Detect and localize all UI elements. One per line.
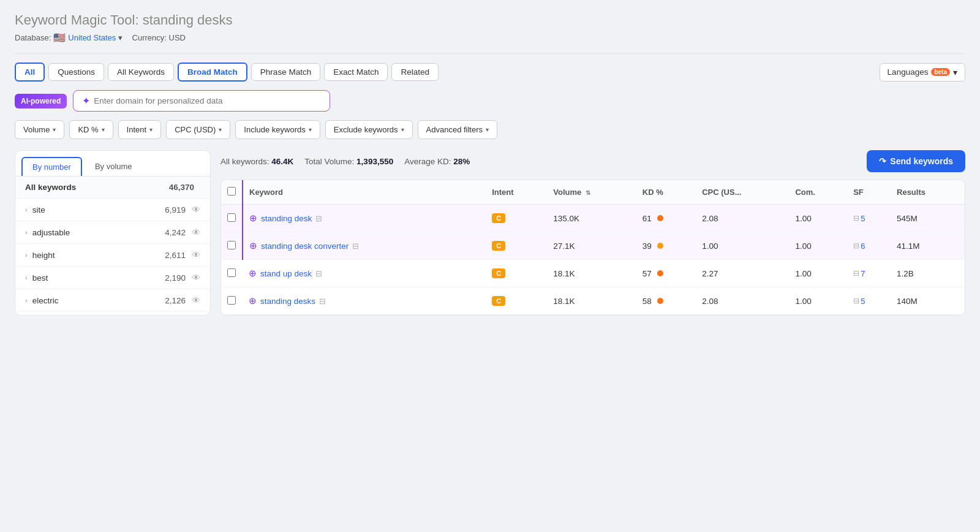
filter-advanced[interactable]: Advanced filters ▾ — [418, 120, 498, 139]
td-cpc: 2.08 — [696, 205, 789, 232]
expand-icon[interactable]: › — [25, 206, 28, 213]
kd-dot-icon — [657, 215, 663, 221]
keyword-link[interactable]: ⊕ stand up desk ⊟ — [249, 268, 480, 279]
td-checkbox[interactable] — [221, 287, 243, 315]
sidebar-item: › adjustable 4,242 👁 — [15, 221, 210, 244]
languages-chevron-icon: ▾ — [953, 67, 957, 77]
tab-all-keywords[interactable]: All Keywords — [108, 63, 174, 81]
th-volume[interactable]: Volume ⇅ — [547, 180, 636, 205]
expand-icon[interactable]: › — [25, 297, 28, 304]
sf-value: 7 — [861, 269, 865, 278]
sf-icon: ⊟ — [853, 297, 859, 305]
td-keyword: ⊕ standing desk converter ⊟ — [243, 232, 486, 260]
sidebar-kw-height: height — [32, 251, 165, 260]
sparkle-icon: ✦ — [82, 95, 90, 107]
sidebar-count-site: 6,919 — [165, 205, 186, 215]
beta-badge: beta — [931, 68, 950, 76]
sidebar-keyword-list: › site 6,919 👁 › adjustable 4,242 👁 › he… — [15, 199, 210, 312]
table-stats-bar: All keywords: 46.4K Total Volume: 1,393,… — [221, 150, 965, 172]
filter-exclude[interactable]: Exclude keywords ▾ — [325, 120, 413, 139]
td-volume: 135.0K — [547, 205, 636, 232]
expand-icon[interactable]: › — [25, 274, 28, 281]
add-icon[interactable]: ⊕ — [249, 240, 257, 251]
td-sf: ⊟ 7 — [847, 260, 891, 287]
sidebar-all-keywords-label: All keywords — [25, 183, 169, 192]
keyword-link[interactable]: ⊕ standing desk converter ⊟ — [249, 240, 480, 251]
td-results: 1.2B — [891, 260, 965, 287]
ai-domain-input-wrap[interactable]: ✦ — [73, 90, 330, 112]
filter-volume[interactable]: Volume ▾ — [15, 120, 64, 139]
database-link[interactable]: United States — [68, 33, 116, 42]
add-icon[interactable]: ⊕ — [249, 213, 257, 224]
row-checkbox[interactable] — [227, 296, 236, 305]
kd-dot-icon — [657, 243, 663, 249]
filter-exclude-chevron: ▾ — [401, 126, 404, 133]
sidebar-kw-best: best — [32, 273, 165, 283]
tab-exact-match[interactable]: Exact Match — [324, 63, 388, 81]
expand-icon[interactable]: › — [25, 251, 28, 259]
filters-row: Volume ▾ KD % ▾ Intent ▾ CPC (USD) ▾ Inc… — [15, 120, 965, 139]
table-header-row: Keyword Intent Volume ⇅ KD % CPC (US... … — [221, 180, 965, 205]
table-row: ⊕ standing desks ⊟ C 18.1K 58 — [221, 287, 965, 315]
select-all-checkbox[interactable] — [227, 187, 236, 196]
send-keywords-button[interactable]: ↷ Send keywords — [867, 150, 965, 172]
tab-related[interactable]: Related — [391, 63, 439, 81]
dropdown-chevron-icon[interactable]: ▾ — [118, 33, 123, 42]
stat-avg-kd-value: 28% — [453, 157, 470, 166]
sidebar-kw-electric: electric — [32, 296, 165, 305]
filter-kd-chevron: ▾ — [102, 126, 105, 133]
keywords-table: Keyword Intent Volume ⇅ KD % CPC (US... … — [221, 180, 965, 315]
ai-domain-input[interactable] — [94, 96, 321, 105]
eye-icon[interactable]: 👁 — [192, 205, 200, 215]
td-keyword: ⊕ stand up desk ⊟ — [243, 260, 486, 287]
eye-icon[interactable]: 👁 — [192, 273, 200, 283]
sort-volume-icon: ⇅ — [586, 189, 590, 196]
td-cpc: 2.08 — [696, 287, 789, 315]
intent-badge: C — [492, 296, 505, 306]
td-checkbox[interactable] — [221, 260, 243, 287]
sidebar-count-height: 2,611 — [165, 251, 186, 260]
td-kd: 61 — [636, 205, 696, 232]
add-icon[interactable]: ⊕ — [249, 295, 257, 306]
filter-volume-chevron: ▾ — [53, 126, 56, 133]
sidebar-all-keywords-count: 46,370 — [169, 183, 194, 192]
row-checkbox[interactable] — [227, 213, 236, 222]
currency-label: Currency: USD — [132, 33, 186, 42]
keyword-link[interactable]: ⊕ standing desks ⊟ — [249, 295, 480, 306]
eye-icon[interactable]: 👁 — [192, 250, 200, 260]
eye-icon[interactable]: 👁 — [192, 227, 200, 237]
expand-icon[interactable]: › — [25, 229, 28, 236]
sidebar-tab-by-number[interactable]: By number — [21, 157, 82, 176]
sf-value: 6 — [861, 241, 865, 251]
eye-icon[interactable]: 👁 — [192, 295, 200, 305]
title-search-term: standing desks — [143, 12, 233, 28]
tab-phrase-match[interactable]: Phrase Match — [251, 63, 320, 81]
tab-all[interactable]: All — [15, 63, 45, 82]
tab-questions[interactable]: Questions — [48, 63, 104, 81]
intent-badge: C — [492, 213, 505, 223]
flag-icon: 🇺🇸 — [53, 32, 66, 44]
keyword-link[interactable]: ⊕ standing desk ⊟ — [249, 213, 480, 224]
td-checkbox[interactable] — [221, 205, 243, 232]
td-checkbox[interactable] — [221, 232, 243, 260]
sidebar-item: › site 6,919 👁 — [15, 199, 210, 221]
td-intent: C — [486, 260, 547, 287]
filter-include-chevron: ▾ — [309, 126, 312, 133]
filter-include[interactable]: Include keywords ▾ — [235, 120, 320, 139]
row-checkbox[interactable] — [227, 241, 236, 249]
add-icon[interactable]: ⊕ — [249, 268, 257, 279]
intent-badge: C — [492, 268, 505, 278]
page-title: Keyword Magic Tool: standing desks — [15, 12, 965, 28]
td-kd: 58 — [636, 287, 696, 315]
stat-avg-kd: Average KD: 28% — [404, 157, 470, 166]
tab-broad-match[interactable]: Broad Match — [178, 63, 247, 82]
filter-cpc[interactable]: CPC (USD) ▾ — [166, 120, 230, 139]
filter-kd[interactable]: KD % ▾ — [69, 120, 113, 139]
table-wrap: Keyword Intent Volume ⇅ KD % CPC (US... … — [221, 180, 965, 316]
languages-button[interactable]: Languages beta ▾ — [880, 63, 965, 82]
tabs-row: All Questions All Keywords Broad Match P… — [15, 63, 965, 82]
filter-intent[interactable]: Intent ▾ — [118, 120, 162, 139]
clipboard-icon: ⊟ — [319, 297, 326, 306]
sidebar-tab-by-volume[interactable]: By volume — [85, 157, 143, 176]
row-checkbox[interactable] — [227, 268, 236, 277]
